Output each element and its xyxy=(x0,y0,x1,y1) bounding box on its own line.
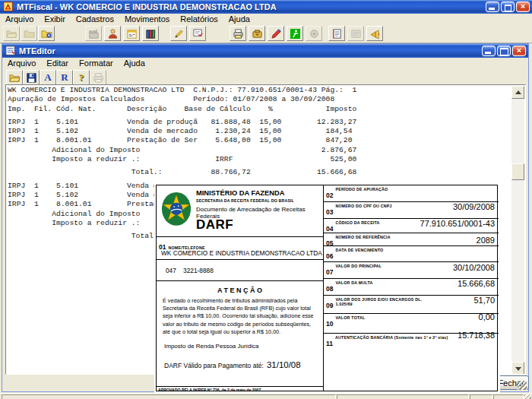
mteditor-app-icon xyxy=(5,46,16,56)
darf-field-02: 02PERÍODO DE APURAÇÃO 30/09/2008 xyxy=(324,185,499,202)
field-label: VALOR TOTAL xyxy=(335,315,365,320)
archive-icon[interactable] xyxy=(249,26,265,41)
status-segment xyxy=(493,394,524,399)
field-number: 03 xyxy=(326,208,333,216)
main-titlebar[interactable]: MTFiscal - WK COMERCIO E INDUSTRIA DEMON… xyxy=(0,0,532,14)
darf-field-04: 04CÓDIGO DA RECEITA 2089 xyxy=(324,219,499,233)
settings-icon[interactable] xyxy=(306,26,322,41)
field-label: DATA DE VENCIMENTO xyxy=(335,248,383,252)
darf-form-preview: MINISTÉRIO DA FAZENDA SECRETARIA DA RECE… xyxy=(154,182,500,393)
save-icon[interactable] xyxy=(23,70,40,85)
darf-field-06: 06DATA DE VENCIMENTO 30/10/2008 xyxy=(324,246,499,262)
darf-field-09: 09VALOR DOS JUROS E/OU ENCARGOS DL. 1.02… xyxy=(324,296,499,314)
field-number: 06 xyxy=(326,252,333,260)
open-file-icon[interactable] xyxy=(3,26,20,41)
font-a-button[interactable]: A xyxy=(40,70,56,85)
field-label: AUTENTICAÇÃO BANCÁRIA (Somente nas 1ª e … xyxy=(335,335,448,340)
print-icon[interactable] xyxy=(90,70,106,85)
field-label: VALOR DOS JUROS E/OU ENCARGOS DL. 1.025/… xyxy=(335,297,426,306)
taxpayer-phone: 047 3221-8888 xyxy=(166,267,214,274)
valid-until-value: 31/10/08 xyxy=(267,360,301,369)
announce-icon[interactable] xyxy=(366,26,383,41)
notes-icon[interactable] xyxy=(328,26,345,41)
mteditor-menubar: Arquivo Editar Formatar Ajuda xyxy=(2,58,528,69)
attention-text: É vedado o recolhimento de tributos admi… xyxy=(157,294,323,336)
field-label: CÓDIGO DA RECEITA xyxy=(335,220,379,225)
menu-relatorios[interactable]: Relatórios xyxy=(175,13,223,25)
exit-icon[interactable] xyxy=(287,26,303,41)
field-label: PERÍODO DE APURAÇÃO xyxy=(335,187,388,192)
print-color-icon[interactable] xyxy=(230,26,246,41)
scroll-up-icon[interactable] xyxy=(511,86,524,99)
darf-left-column: MINISTÉRIO DA FAZENDA SECRETARIA DA RECE… xyxy=(157,185,323,391)
pencil-icon[interactable] xyxy=(170,26,187,41)
calendar-icon[interactable] xyxy=(123,26,140,41)
field-number: 07 xyxy=(326,268,333,276)
field-number: 08 xyxy=(326,285,333,293)
status-segment xyxy=(2,394,336,399)
close-icon[interactable]: × xyxy=(516,2,530,12)
folder-icon[interactable] xyxy=(21,26,37,41)
darf-field-08: 08VALOR DA MULTA 51,70 xyxy=(324,279,499,296)
brazil-seal-icon xyxy=(160,191,192,229)
help-button[interactable]: ? xyxy=(73,70,90,85)
status-segment xyxy=(337,394,469,399)
scrollbar-track[interactable] xyxy=(511,99,524,362)
maximize-icon[interactable] xyxy=(497,46,511,56)
darf-field-03: 03NÚMERO DO CPF OU CNPJ 77.910.651/0001-… xyxy=(324,202,499,219)
employee-icon[interactable] xyxy=(104,26,121,41)
darf-title: DARF xyxy=(196,217,233,233)
mteditor-toolbar: A R ? xyxy=(2,68,528,84)
ministerio-label: MINISTÉRIO DA FAZENDA xyxy=(196,189,284,197)
open-icon[interactable] xyxy=(6,70,23,85)
menu-formatar[interactable]: Formatar xyxy=(74,57,119,69)
field-label: NÚMERO DO CPF OU CNPJ xyxy=(335,204,391,208)
darf-field-11: 11AUTENTICAÇÃO BANCÁRIA (Somente nas 1ª … xyxy=(324,334,499,391)
ledger-icon[interactable] xyxy=(142,26,159,41)
menu-arquivo[interactable]: Arquivo xyxy=(0,13,39,25)
vertical-scrollbar[interactable] xyxy=(511,86,524,375)
close-icon[interactable]: × xyxy=(512,46,526,56)
menu-movimentos[interactable]: Movimentos xyxy=(119,13,175,25)
status-segment xyxy=(470,394,492,399)
report-icon[interactable] xyxy=(347,26,364,41)
field-number: 11 xyxy=(326,340,333,347)
company-icon[interactable] xyxy=(85,26,102,41)
minimize-icon[interactable] xyxy=(482,46,496,56)
scrollbar-thumb[interactable] xyxy=(511,163,524,180)
mteditor-window-title: MTEditor xyxy=(19,46,482,55)
darf-approved-note: APROVADO PELA IN/RFB Nº 736, de 2 de mai… xyxy=(157,387,323,392)
main-statusbar xyxy=(0,393,532,399)
menu-editar[interactable]: Editar xyxy=(41,57,74,69)
darf-form: MINISTÉRIO DA FAZENDA SECRETARIA DA RECE… xyxy=(156,185,498,391)
menu-exibir[interactable]: Exibir xyxy=(39,13,71,25)
sign-icon[interactable] xyxy=(189,26,206,41)
valid-until-label: DARF Válido para Pagamento até: xyxy=(164,362,264,369)
darf-header: MINISTÉRIO DA FAZENDA SECRETARIA DA RECE… xyxy=(157,185,323,237)
mtfiscal-window: MTFiscal - WK COMERCIO E INDUSTRIA DEMON… xyxy=(0,0,532,399)
scroll-down-icon[interactable] xyxy=(511,362,524,375)
menu-ajuda[interactable]: Ajuda xyxy=(119,57,150,69)
folder-properties-icon[interactable] xyxy=(38,26,55,41)
minimize-icon[interactable] xyxy=(486,2,499,12)
secretaria-label: SECRETARIA DA RECEITA FEDERAL DO BRASIL xyxy=(196,198,294,203)
darf-phone-row: 047 3221-8888 xyxy=(157,260,323,281)
mtfiscal-app-icon xyxy=(3,2,14,12)
darf-field-10: 10VALOR TOTAL 15.718,38 xyxy=(324,314,499,334)
menu-arquivo[interactable]: Arquivo xyxy=(2,57,41,69)
menu-ajuda[interactable]: Ajuda xyxy=(223,13,255,25)
darf-field-05: 05NÚMERO DE REFERÊNCIA xyxy=(324,233,499,246)
dart-icon[interactable] xyxy=(268,26,284,41)
statusbar-resize-grip[interactable] xyxy=(524,394,531,399)
field-number: 04 xyxy=(326,225,333,233)
resize-grip[interactable] xyxy=(518,381,527,390)
font-r-button[interactable]: R xyxy=(56,70,73,85)
restore-icon[interactable] xyxy=(501,2,515,12)
mteditor-titlebar[interactable]: MTEditor × xyxy=(2,44,528,58)
taxpayer-name: WK COMERCIO E INDUSTRIA DEMONSTRACAO LTD… xyxy=(161,249,322,257)
field-number: 02 xyxy=(326,192,333,199)
main-menubar: Arquivo Exibir Cadastros Movimentos Rela… xyxy=(0,14,532,25)
menu-cadastros[interactable]: Cadastros xyxy=(71,13,119,25)
main-toolbar xyxy=(0,24,532,43)
field-label: VALOR DO PRINCIPAL xyxy=(335,264,382,268)
